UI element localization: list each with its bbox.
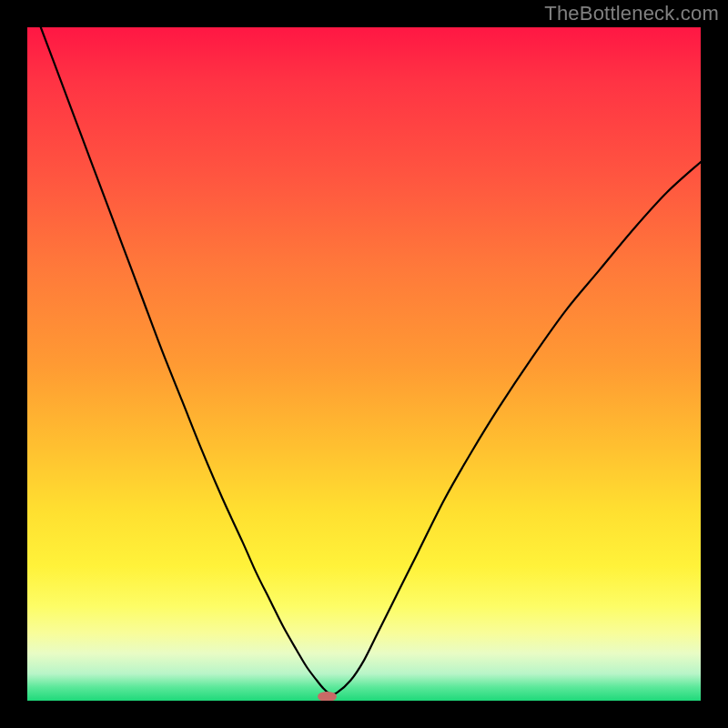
optimal-marker xyxy=(318,692,337,701)
watermark-text: TheBottleneck.com xyxy=(544,2,719,25)
plot-area xyxy=(27,27,701,701)
bottleneck-curve xyxy=(27,27,701,701)
chart-frame: TheBottleneck.com xyxy=(0,0,728,728)
